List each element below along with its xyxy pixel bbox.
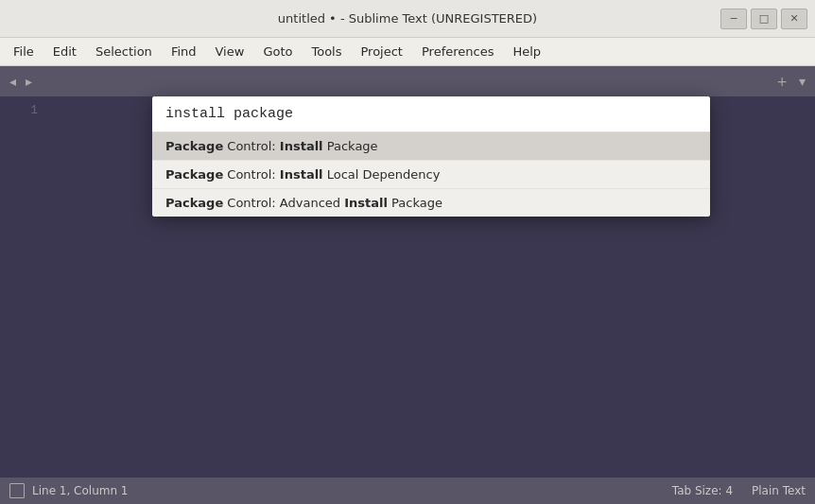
result-3-suffix: Package <box>388 196 442 210</box>
result-3-prefix: Package <box>165 196 223 210</box>
status-syntax[interactable]: Plain Text <box>752 484 806 497</box>
result-2-prefix: Package <box>165 167 223 182</box>
menu-find[interactable]: Find <box>162 41 206 62</box>
result-item-1[interactable]: Package Control: Install Package <box>152 132 710 161</box>
minimize-button[interactable]: − <box>720 9 747 29</box>
result-2-bold: Install <box>280 167 323 182</box>
title-bar: untitled • - Sublime Text (UNREGISTERED)… <box>0 0 815 38</box>
result-1-middle: Control: <box>223 139 280 153</box>
editor-area: 1 Package Control: Install Package Packa… <box>0 96 815 478</box>
window-controls: − □ ✕ <box>720 9 807 29</box>
result-1-prefix: Package <box>165 139 223 153</box>
result-1-bold: Install <box>280 139 323 153</box>
result-2-middle: Control: <box>223 167 280 182</box>
menu-view[interactable]: View <box>206 41 254 62</box>
result-item-3[interactable]: Package Control: Advanced Install Packag… <box>152 189 710 217</box>
window-title: untitled • - Sublime Text (UNREGISTERED) <box>278 11 537 26</box>
result-3-bold: Install <box>344 196 388 210</box>
tab-plus-button[interactable]: + <box>772 72 791 91</box>
status-bar-left: Line 1, Column 1 <box>9 483 129 498</box>
tab-left-arrow[interactable]: ◂ <box>6 72 20 91</box>
command-palette-input[interactable] <box>152 96 710 132</box>
status-tab-size[interactable]: Tab Size: 4 <box>672 484 733 497</box>
result-2-suffix: Local Dependency <box>323 167 441 182</box>
result-item-2[interactable]: Package Control: Install Local Dependenc… <box>152 161 710 189</box>
command-palette: Package Control: Install Package Package… <box>152 96 710 217</box>
menu-preferences[interactable]: Preferences <box>412 41 503 62</box>
tab-controls-right: + ▾ <box>772 72 809 91</box>
status-position: Line 1, Column 1 <box>32 484 129 497</box>
command-results: Package Control: Install Package Package… <box>152 132 710 217</box>
tab-nav: ◂ ▸ <box>6 72 36 91</box>
command-palette-overlay: Package Control: Install Package Package… <box>47 96 815 478</box>
status-bar: Line 1, Column 1 Tab Size: 4 Plain Text <box>0 478 815 504</box>
result-3-middle: Control: Advanced <box>223 196 344 210</box>
tab-bar: ◂ ▸ + ▾ <box>0 66 815 96</box>
menu-selection[interactable]: Selection <box>86 41 162 62</box>
maximize-button[interactable]: □ <box>751 9 777 29</box>
editor-content[interactable]: Package Control: Install Package Package… <box>47 96 815 478</box>
menu-tools[interactable]: Tools <box>302 41 351 62</box>
line-gutter: 1 <box>0 96 47 478</box>
menu-file[interactable]: File <box>4 41 43 62</box>
menu-edit[interactable]: Edit <box>43 41 86 62</box>
tab-right-arrow[interactable]: ▸ <box>22 72 36 91</box>
status-icon <box>9 483 25 498</box>
line-number-1: 1 <box>0 100 38 121</box>
menu-bar: File Edit Selection Find View Goto Tools… <box>0 38 815 66</box>
menu-goto[interactable]: Goto <box>253 41 302 62</box>
close-button[interactable]: ✕ <box>781 9 807 29</box>
tab-chevron-button[interactable]: ▾ <box>795 72 809 91</box>
result-1-suffix: Package <box>323 139 378 153</box>
menu-help[interactable]: Help <box>503 41 550 62</box>
status-bar-right: Tab Size: 4 Plain Text <box>672 484 806 497</box>
menu-project[interactable]: Project <box>351 41 411 62</box>
